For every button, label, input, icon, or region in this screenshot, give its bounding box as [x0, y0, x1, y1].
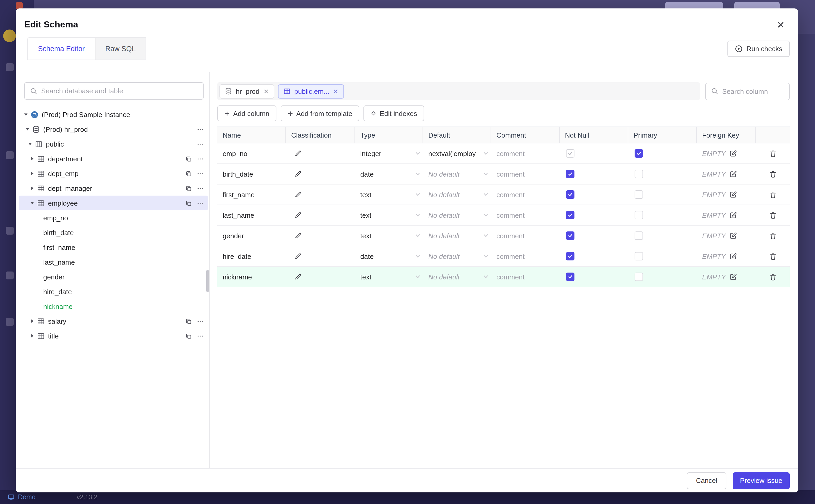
caret-right-icon[interactable]	[30, 156, 35, 161]
add-from-template-button[interactable]: Add from template	[280, 105, 359, 121]
primary-checkbox[interactable]	[635, 149, 643, 158]
rail-icon[interactable]	[6, 63, 14, 71]
edit-foreign-key-icon[interactable]	[730, 253, 737, 260]
delete-column-icon[interactable]	[769, 232, 777, 240]
tree-column-nickname[interactable]: nickname	[19, 299, 208, 314]
preview-issue-button[interactable]: Preview issue	[733, 472, 790, 489]
caret-right-icon[interactable]	[30, 318, 35, 324]
primary-checkbox[interactable]	[635, 231, 643, 240]
foreign-key-cell[interactable]: EMPTY	[697, 226, 756, 246]
default-select[interactable]: No default	[423, 185, 491, 205]
name-cell[interactable]: hire_date	[217, 246, 286, 266]
edit-classification-icon[interactable]	[294, 191, 302, 198]
tree-instance[interactable]: (Prod) Prod Sample Instance	[19, 107, 208, 122]
default-select[interactable]: No default	[423, 267, 491, 287]
foreign-key-cell[interactable]: EMPTY	[697, 267, 756, 287]
rail-icon[interactable]	[6, 227, 14, 235]
tree-table-title[interactable]: title	[19, 328, 208, 343]
edit-indexes-button[interactable]: Edit indexes	[363, 105, 424, 121]
name-cell[interactable]: birth_date	[217, 164, 286, 184]
not-null-checkbox[interactable]	[566, 231, 575, 240]
copy-icon[interactable]	[185, 185, 192, 192]
not-null-checkbox[interactable]	[566, 149, 575, 158]
tree-column-birth-date[interactable]: birth_date	[19, 225, 208, 240]
name-cell[interactable]: last_name	[217, 205, 286, 225]
database-search-input[interactable]	[41, 87, 198, 95]
foreign-key-cell[interactable]: EMPTY	[697, 246, 756, 266]
database-search[interactable]	[24, 82, 204, 100]
delete-column-icon[interactable]	[769, 149, 777, 157]
edit-foreign-key-icon[interactable]	[730, 150, 737, 157]
tree-column-emp-no[interactable]: emp_no	[19, 210, 208, 225]
close-icon[interactable]	[776, 20, 785, 30]
demo-link[interactable]: Demo	[18, 493, 36, 501]
not-null-checkbox[interactable]	[566, 170, 575, 178]
comment-input[interactable]	[497, 149, 560, 157]
name-cell[interactable]: first_name	[217, 185, 286, 205]
rail-icon[interactable]	[6, 151, 14, 159]
foreign-key-cell[interactable]: EMPTY	[697, 143, 756, 163]
delete-column-icon[interactable]	[769, 211, 777, 219]
caret-down-icon[interactable]	[27, 141, 33, 147]
not-null-checkbox[interactable]	[566, 252, 575, 260]
default-select[interactable]: nextval('employ	[423, 143, 491, 163]
rail-icon[interactable]	[6, 272, 14, 279]
name-cell[interactable]: nickname	[217, 267, 286, 287]
run-checks-button[interactable]: Run checks	[727, 41, 790, 57]
tree-column-hire-date[interactable]: hire_date	[19, 284, 208, 299]
edit-classification-icon[interactable]	[294, 170, 302, 178]
edit-classification-icon[interactable]	[294, 150, 302, 157]
tree-table-salary[interactable]: salary	[19, 314, 208, 328]
type-select[interactable]: date	[355, 164, 423, 184]
edit-foreign-key-icon[interactable]	[730, 170, 737, 178]
tree-table-dept-emp[interactable]: dept_emp	[19, 166, 208, 181]
edit-foreign-key-icon[interactable]	[730, 211, 737, 219]
type-select[interactable]: text	[355, 226, 423, 246]
add-column-button[interactable]: Add column	[217, 105, 276, 121]
default-select[interactable]: No default	[423, 246, 491, 266]
primary-checkbox[interactable]	[635, 252, 643, 260]
more-options-icon[interactable]	[197, 318, 204, 324]
comment-input[interactable]	[497, 252, 560, 260]
scrollbar-thumb[interactable]	[206, 270, 209, 292]
copy-icon[interactable]	[185, 170, 192, 177]
default-select[interactable]: No default	[423, 205, 491, 225]
foreign-key-cell[interactable]: EMPTY	[697, 164, 756, 184]
caret-right-icon[interactable]	[30, 171, 35, 176]
caret-down-icon[interactable]	[25, 127, 30, 132]
edit-classification-icon[interactable]	[294, 273, 302, 280]
type-select[interactable]: text	[355, 267, 423, 287]
tree-table-dept-manager[interactable]: dept_manager	[19, 181, 208, 196]
comment-input[interactable]	[497, 232, 560, 240]
comment-input[interactable]	[497, 211, 560, 219]
type-select[interactable]: text	[355, 185, 423, 205]
primary-checkbox[interactable]	[635, 170, 643, 178]
more-options-icon[interactable]	[197, 155, 204, 162]
more-options-icon[interactable]	[197, 170, 204, 177]
rail-icon[interactable]	[6, 318, 14, 326]
tree-schema-public[interactable]: public	[19, 137, 208, 151]
comment-input[interactable]	[497, 191, 560, 198]
type-select[interactable]: date	[355, 246, 423, 266]
edit-foreign-key-icon[interactable]	[730, 273, 737, 280]
name-cell[interactable]: gender	[217, 226, 286, 246]
copy-icon[interactable]	[185, 318, 192, 324]
edit-classification-icon[interactable]	[294, 253, 302, 260]
copy-icon[interactable]	[185, 332, 192, 339]
tree-column-gender[interactable]: gender	[19, 269, 208, 284]
edit-foreign-key-icon[interactable]	[730, 232, 737, 239]
editor-tab-hr-prod[interactable]: hr_prod	[219, 84, 274, 98]
more-options-icon[interactable]	[197, 126, 204, 133]
more-options-icon[interactable]	[197, 140, 204, 147]
comment-input[interactable]	[497, 170, 560, 178]
more-options-icon[interactable]	[197, 185, 204, 192]
default-select[interactable]: No default	[423, 226, 491, 246]
copy-icon[interactable]	[185, 155, 192, 162]
primary-checkbox[interactable]	[635, 273, 643, 281]
tree-column-last-name[interactable]: last_name	[19, 255, 208, 269]
not-null-checkbox[interactable]	[566, 211, 575, 219]
caret-down-icon[interactable]	[23, 112, 28, 117]
primary-checkbox[interactable]	[635, 211, 643, 219]
edit-classification-icon[interactable]	[294, 211, 302, 219]
more-options-icon[interactable]	[197, 200, 204, 206]
